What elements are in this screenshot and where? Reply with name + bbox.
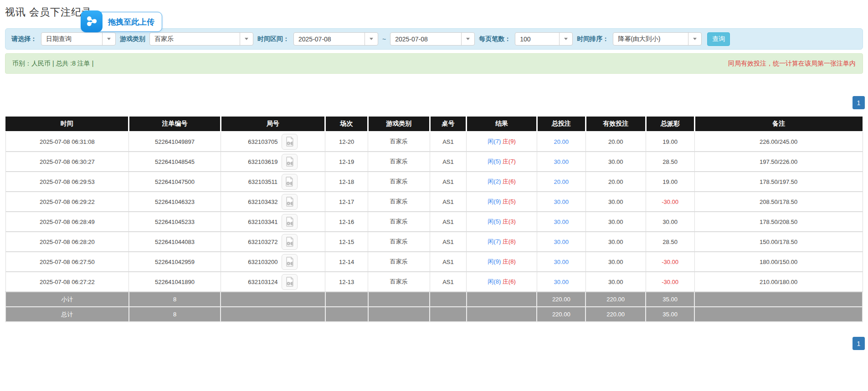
cell-time: 2025-07-08 06:29:22: [5, 192, 129, 212]
col-header-table-no: 桌号: [430, 117, 467, 132]
video-replay-button[interactable]: [282, 194, 298, 210]
video-file-icon: [285, 237, 294, 247]
page-size-value: 100: [515, 33, 559, 45]
result-player: 闲(2): [488, 178, 501, 185]
cell-remark: 180.00/150.00: [694, 252, 863, 272]
result-banker: 庄(7): [503, 158, 516, 165]
chevron-down-icon[interactable]: [559, 33, 572, 45]
cell-payout: -30.00: [646, 192, 694, 212]
cell-time: 2025-07-08 06:28:20: [5, 232, 129, 252]
cell-round: 632103619: [221, 152, 325, 172]
video-file-icon: [285, 157, 294, 167]
payout-value: -30.00: [662, 259, 678, 265]
payout-value: -30.00: [662, 198, 678, 205]
total-bet-link[interactable]: 30.00: [554, 158, 569, 165]
cell-payout: 28.50: [646, 152, 694, 172]
result-player: 闲(8): [488, 278, 501, 285]
cell-valid-bet: 30.00: [586, 212, 646, 232]
total-bet-link[interactable]: 20.00: [554, 178, 569, 185]
chevron-down-icon[interactable]: [461, 33, 474, 45]
col-header-game: 游戏类别: [368, 117, 430, 132]
col-header-time: 时间: [5, 117, 129, 132]
table-row: 2025-07-08 06:31:08 522641049897 6321037…: [5, 132, 863, 152]
game-category-select[interactable]: 百家乐: [149, 32, 253, 46]
total-label: 总计: [5, 307, 129, 322]
date-to-select[interactable]: 2025-07-08: [390, 32, 475, 46]
currency-summary-text: 币别：人民币 | 总共 :8 注单 |: [12, 60, 93, 68]
total-bet-link[interactable]: 20.00: [554, 138, 569, 145]
chevron-down-icon[interactable]: [688, 33, 701, 45]
round-number: 632103619: [248, 158, 277, 165]
cell-table-no: AS1: [430, 132, 467, 152]
col-header-valid-bet: 有效投注: [586, 117, 646, 132]
video-replay-button[interactable]: [282, 234, 298, 250]
cell-game: 百家乐: [368, 132, 430, 152]
result-player: 闲(9): [488, 198, 501, 205]
page-size-select[interactable]: 100: [515, 32, 573, 46]
cell-valid-bet: 30.00: [586, 152, 646, 172]
video-replay-button[interactable]: [282, 154, 298, 170]
chevron-down-icon[interactable]: [365, 33, 378, 45]
total-bet-link[interactable]: 30.00: [554, 239, 569, 245]
cell-valid-bet: 20.00: [586, 132, 646, 152]
cell-bet-id: 522641044083: [129, 232, 221, 252]
cell-total-bet: 30.00: [537, 252, 586, 272]
cell-time: 2025-07-08 06:28:49: [5, 212, 129, 232]
cell-table-no: AS1: [430, 272, 467, 292]
cell-total-bet: 30.00: [537, 232, 586, 252]
result-banker: 庄(8): [503, 258, 516, 265]
cell-game: 百家乐: [368, 152, 430, 172]
total-total-bet: 220.00: [537, 307, 586, 322]
cell-round: 632103511: [221, 172, 325, 192]
subtotal-valid-bet: 220.00: [586, 292, 646, 307]
round-number: 632103272: [248, 239, 277, 245]
time-sort-label: 时间排序：: [577, 35, 609, 43]
date-from-select[interactable]: 2025-07-08: [293, 32, 378, 46]
cell-session: 12-16: [325, 212, 368, 232]
pagination-page-button[interactable]: 1: [853, 337, 865, 350]
subtotal-count: 8: [129, 292, 221, 307]
search-button[interactable]: 查询: [707, 32, 730, 46]
time-sort-value: 降幂(由大到小): [613, 33, 688, 45]
col-header-remark: 备注: [694, 117, 863, 132]
cell-bet-id: 522641046323: [129, 192, 221, 212]
table-row: 2025-07-08 06:30:27 522641048545 6321036…: [5, 152, 863, 172]
video-replay-button[interactable]: [282, 134, 298, 150]
video-replay-button[interactable]: [282, 254, 298, 270]
chevron-down-icon[interactable]: [102, 33, 115, 45]
table-row: 2025-07-08 06:27:22 522641041890 6321031…: [5, 272, 863, 292]
cell-game: 百家乐: [368, 232, 430, 252]
subtotal-total-bet: 220.00: [537, 292, 586, 307]
pagination-page-button[interactable]: 1: [853, 96, 865, 109]
cell-game: 百家乐: [368, 192, 430, 212]
cell-remark: 208.50/178.50: [694, 192, 863, 212]
chevron-down-icon[interactable]: [240, 33, 253, 45]
time-sort-select[interactable]: 降幂(由大到小): [613, 32, 702, 46]
upload-drop-overlay[interactable]: 拖拽至此上传: [81, 12, 162, 32]
cell-valid-bet: 30.00: [586, 252, 646, 272]
video-replay-button[interactable]: [282, 174, 298, 190]
total-valid-bet: 220.00: [586, 307, 646, 322]
total-bet-link[interactable]: 30.00: [554, 198, 569, 205]
total-bet-link[interactable]: 30.00: [554, 279, 569, 285]
video-replay-button[interactable]: [282, 274, 298, 290]
subtotal-label: 小计: [5, 292, 129, 307]
video-file-icon: [285, 277, 294, 287]
result-player: 闲(5): [488, 158, 501, 165]
total-payout: 35.00: [646, 307, 694, 322]
query-type-select[interactable]: 日期查询: [41, 32, 116, 46]
result-banker: 庄(9): [503, 138, 516, 145]
cell-result: 闲(5) 庄(7): [467, 152, 537, 172]
page: 视讯 会员下注纪录 拖拽至此上传 请选择： 日期查询 游戏类别 百家乐: [0, 0, 868, 350]
cell-result: 闲(2) 庄(6): [467, 172, 537, 192]
cell-payout: 19.00: [646, 132, 694, 152]
cell-time: 2025-07-08 06:31:08: [5, 132, 129, 152]
total-bet-link[interactable]: 30.00: [554, 259, 569, 265]
cell-table-no: AS1: [430, 232, 467, 252]
upload-overlay-label: 拖拽至此上传: [103, 17, 162, 27]
round-number: 632103705: [248, 138, 277, 145]
video-file-icon: [285, 217, 294, 227]
total-bet-link[interactable]: 30.00: [554, 218, 569, 225]
cell-result: 闲(7) 庄(9): [467, 132, 537, 152]
video-replay-button[interactable]: [282, 214, 298, 230]
